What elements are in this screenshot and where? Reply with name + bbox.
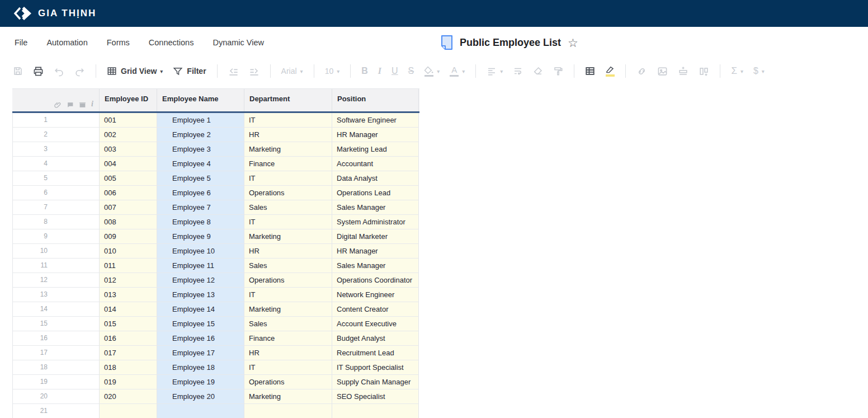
row-number[interactable]: 14 bbox=[12, 302, 100, 317]
cell-department[interactable]: Operations bbox=[244, 375, 332, 389]
font-size-select[interactable]: 10 ▾ bbox=[320, 62, 345, 80]
row-number[interactable]: 15 bbox=[12, 317, 100, 331]
cell-department[interactable] bbox=[244, 404, 332, 418]
row-number[interactable]: 16 bbox=[12, 331, 100, 346]
cell-employee-name[interactable] bbox=[157, 404, 244, 418]
cell-employee-id[interactable]: 008 bbox=[100, 215, 157, 229]
cell-department[interactable]: IT bbox=[244, 215, 332, 229]
cell-department[interactable]: IT bbox=[244, 113, 332, 128]
cell-employee-name[interactable]: Employee 9 bbox=[157, 229, 244, 244]
cell-employee-name[interactable]: Employee 2 bbox=[157, 128, 244, 142]
row-number[interactable]: 19 bbox=[12, 375, 100, 389]
cell-position[interactable]: IT Support Specialist bbox=[332, 360, 419, 375]
cell-position[interactable]: Recruitment Lead bbox=[332, 346, 419, 360]
cell-employee-name[interactable]: Employee 13 bbox=[157, 288, 244, 302]
row-number[interactable]: 13 bbox=[12, 288, 100, 302]
cell-position[interactable]: Software Engineer bbox=[332, 113, 419, 128]
comment-icon[interactable] bbox=[67, 101, 74, 109]
cell-employee-id[interactable]: 009 bbox=[100, 229, 157, 244]
fill-color-button[interactable]: ▾ bbox=[419, 62, 445, 80]
cell-employee-name[interactable]: Employee 16 bbox=[157, 331, 244, 346]
cell-position[interactable]: Budget Analyst bbox=[332, 331, 419, 346]
row-number[interactable]: 1 bbox=[12, 113, 100, 128]
cell-position[interactable]: System Administrator bbox=[332, 215, 419, 229]
cell-employee-id[interactable]: 018 bbox=[100, 360, 157, 375]
redo-button[interactable] bbox=[69, 62, 90, 80]
cell-employee-name[interactable]: Employee 14 bbox=[157, 302, 244, 317]
cell-employee-id[interactable]: 006 bbox=[100, 186, 157, 200]
cell-position[interactable]: Network Engineer bbox=[332, 288, 419, 302]
row-number[interactable]: 7 bbox=[12, 200, 100, 215]
cell-position[interactable]: Operations Coordinator bbox=[332, 273, 419, 288]
clear-format-button[interactable] bbox=[528, 62, 548, 80]
menu-forms[interactable]: Forms bbox=[107, 38, 130, 47]
format-painter-button[interactable] bbox=[548, 62, 568, 80]
cell-position[interactable]: SEO Specialist bbox=[332, 389, 419, 404]
menu-dynamic-view[interactable]: Dynamic View bbox=[213, 38, 264, 47]
cell-employee-id[interactable]: 013 bbox=[100, 288, 157, 302]
table-button[interactable] bbox=[580, 62, 600, 80]
row-number[interactable]: 17 bbox=[12, 346, 100, 360]
menu-connections[interactable]: Connections bbox=[149, 38, 194, 47]
cell-employee-id[interactable]: 007 bbox=[100, 200, 157, 215]
cell-position[interactable]: Supply Chain Manager bbox=[332, 375, 419, 389]
row-number[interactable]: 2 bbox=[12, 128, 100, 142]
menu-automation[interactable]: Automation bbox=[46, 38, 87, 47]
menu-file[interactable]: File bbox=[15, 38, 27, 47]
cell-employee-name[interactable]: Employee 1 bbox=[157, 113, 244, 128]
column-header-position[interactable]: Position bbox=[332, 89, 419, 111]
cell-employee-id[interactable]: 012 bbox=[100, 273, 157, 288]
cell-department[interactable]: Finance bbox=[244, 157, 332, 171]
row-number[interactable]: 4 bbox=[12, 157, 100, 171]
highlight-button[interactable] bbox=[600, 62, 620, 80]
cell-position[interactable]: Account Executive bbox=[332, 317, 419, 331]
row-number[interactable]: 10 bbox=[12, 244, 100, 259]
insert-image-button[interactable] bbox=[652, 62, 673, 80]
cell-department[interactable]: Sales bbox=[244, 259, 332, 273]
indent-decrease-button[interactable] bbox=[223, 62, 244, 80]
sum-button[interactable]: Σ ▾ bbox=[726, 62, 748, 80]
cell-employee-name[interactable]: Employee 15 bbox=[157, 317, 244, 331]
underline-button[interactable]: U bbox=[386, 62, 403, 80]
cell-employee-name[interactable]: Employee 4 bbox=[157, 157, 244, 171]
cell-department[interactable]: Finance bbox=[244, 331, 332, 346]
cell-department[interactable]: Sales bbox=[244, 317, 332, 331]
insert-link-button[interactable] bbox=[631, 62, 652, 80]
grid-view-button[interactable]: Grid View ▾ bbox=[102, 62, 168, 80]
font-family-select[interactable]: Arial ▾ bbox=[276, 62, 308, 80]
cell-employee-id[interactable]: 003 bbox=[100, 142, 157, 157]
text-color-button[interactable]: A ▾ bbox=[445, 62, 470, 80]
cell-position[interactable]: HR Manager bbox=[332, 244, 419, 259]
cell-department[interactable]: HR bbox=[244, 346, 332, 360]
cell-department[interactable]: IT bbox=[244, 171, 332, 186]
row-number[interactable]: 3 bbox=[12, 142, 100, 157]
cell-position[interactable]: Marketing Lead bbox=[332, 142, 419, 157]
cell-employee-id[interactable]: 004 bbox=[100, 157, 157, 171]
cell-employee-id[interactable]: 017 bbox=[100, 346, 157, 360]
currency-button[interactable]: $ ▾ bbox=[748, 62, 770, 80]
cell-employee-name[interactable]: Employee 11 bbox=[157, 259, 244, 273]
print-button[interactable] bbox=[28, 62, 49, 80]
cell-department[interactable]: IT bbox=[244, 288, 332, 302]
cell-employee-id[interactable]: 002 bbox=[100, 128, 157, 142]
cell-employee-id[interactable]: 014 bbox=[100, 302, 157, 317]
cell-department[interactable]: HR bbox=[244, 128, 332, 142]
cell-employee-name[interactable]: Employee 6 bbox=[157, 186, 244, 200]
cell-employee-name[interactable]: Employee 17 bbox=[157, 346, 244, 360]
save-button[interactable] bbox=[8, 62, 28, 80]
cell-employee-name[interactable]: Employee 10 bbox=[157, 244, 244, 259]
row-number[interactable]: 8 bbox=[12, 215, 100, 229]
row-number[interactable]: 9 bbox=[12, 229, 100, 244]
cell-position[interactable]: HR Manager bbox=[332, 128, 419, 142]
cell-employee-name[interactable]: Employee 7 bbox=[157, 200, 244, 215]
cell-department[interactable]: Sales bbox=[244, 200, 332, 215]
cell-employee-id[interactable]: 010 bbox=[100, 244, 157, 259]
archive-icon[interactable] bbox=[79, 101, 86, 109]
insert-row-button[interactable] bbox=[673, 62, 694, 80]
cell-employee-id[interactable]: 001 bbox=[100, 113, 157, 128]
cell-department[interactable]: Marketing bbox=[244, 229, 332, 244]
info-icon[interactable]: i bbox=[91, 100, 93, 109]
row-number[interactable]: 12 bbox=[12, 273, 100, 288]
cell-position[interactable]: Operations Lead bbox=[332, 186, 419, 200]
cell-employee-id[interactable]: 011 bbox=[100, 259, 157, 273]
